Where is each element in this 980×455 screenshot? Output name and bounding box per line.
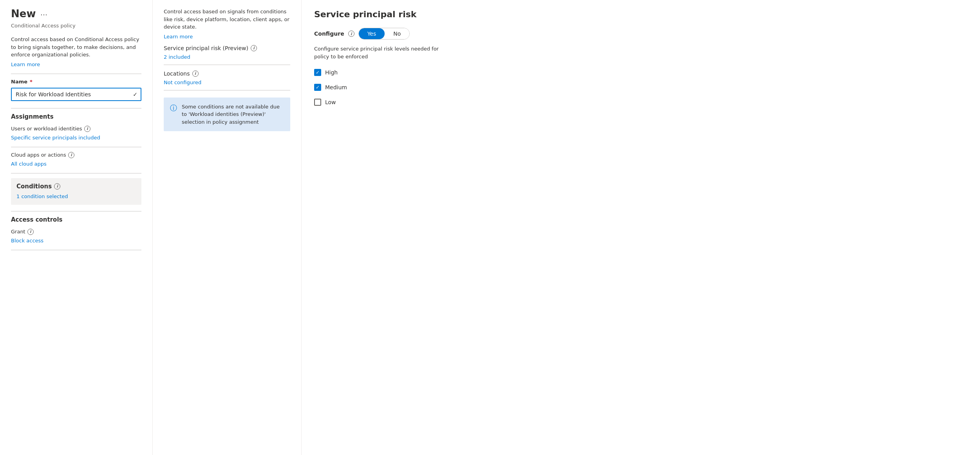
configure-label: Configure (314, 31, 344, 37)
service-principal-risk-value[interactable]: 2 included (164, 54, 190, 60)
conditions-header: Conditions i (16, 183, 136, 190)
locations-row: Locations i Not configured (164, 65, 290, 90)
input-checkmark-icon: ✓ (133, 91, 137, 98)
conditions-value-link[interactable]: 1 condition selected (16, 193, 68, 199)
checkbox-row-high: ✓High (314, 69, 967, 76)
locations-info-icon: i (192, 70, 199, 77)
access-controls-header: Access controls (11, 216, 141, 223)
info-box-icon: ⓘ (170, 103, 177, 113)
right-panel: Service principal risk Configure i Yes N… (302, 0, 980, 455)
ellipsis-button[interactable]: ··· (39, 11, 49, 19)
grant-value-link[interactable]: Block access (11, 238, 43, 244)
checkbox-label-medium: Medium (325, 84, 347, 90)
assignments-header: Assignments (11, 113, 141, 120)
name-input[interactable] (11, 88, 141, 101)
checkbox-row-medium: ✓Medium (314, 84, 967, 91)
yes-no-toggle: Yes No (358, 28, 410, 40)
service-principal-risk-row: Service principal risk (Preview) i 2 inc… (164, 40, 290, 65)
conditions-block: Conditions i 1 condition selected (11, 178, 141, 205)
risk-levels-container: ✓High✓MediumLow (314, 69, 967, 106)
users-info-icon: i (84, 126, 90, 132)
users-label: Users or workload identities i (11, 126, 141, 132)
configure-row: Configure i Yes No (314, 28, 967, 40)
right-panel-title: Service principal risk (314, 9, 967, 19)
locations-label: Locations (164, 70, 190, 77)
checkbox-label-low: Low (325, 99, 336, 105)
learn-more-link-middle[interactable]: Learn more (164, 34, 193, 40)
checkbox-low[interactable] (314, 99, 321, 106)
configure-info-icon: i (348, 31, 354, 37)
checkmark-icon-medium: ✓ (316, 85, 320, 90)
grant-info-icon: i (27, 229, 34, 235)
main-description: Control access based on Conditional Acce… (11, 36, 141, 59)
checkmark-icon-high: ✓ (316, 70, 320, 75)
name-input-wrapper: ✓ (11, 88, 141, 101)
cloud-apps-info-icon: i (68, 152, 74, 158)
users-value-link[interactable]: Specific service principals included (11, 135, 100, 141)
yes-toggle-button[interactable]: Yes (359, 28, 385, 39)
cloud-apps-value-link[interactable]: All cloud apps (11, 161, 47, 167)
info-box: ⓘ Some conditions are not available due … (164, 98, 290, 132)
locations-value[interactable]: Not configured (164, 79, 201, 85)
configure-description: Configure service principal risk levels … (314, 45, 447, 60)
grant-label: Grant i (11, 229, 141, 235)
page-title: New (11, 8, 36, 20)
required-star: * (30, 79, 33, 85)
checkbox-medium[interactable]: ✓ (314, 84, 321, 91)
checkbox-label-high: High (325, 69, 338, 76)
learn-more-link-left[interactable]: Learn more (11, 61, 40, 67)
checkbox-high[interactable]: ✓ (314, 69, 321, 76)
name-label: Name * (11, 79, 141, 85)
conditions-info-icon: i (54, 183, 60, 190)
info-box-text: Some conditions are not available due to… (182, 103, 284, 126)
checkbox-row-low: Low (314, 99, 967, 106)
page-subtitle: Conditional Access policy (11, 23, 141, 29)
no-toggle-button[interactable]: No (385, 28, 409, 39)
middle-panel: Control access based on signals from con… (153, 0, 302, 455)
service-principal-risk-label: Service principal risk (Preview) (164, 45, 248, 51)
conditions-description: Control access based on signals from con… (164, 8, 290, 31)
cloud-apps-label: Cloud apps or actions i (11, 152, 141, 158)
left-panel: New ··· Conditional Access policy Contro… (0, 0, 153, 455)
service-principal-risk-info-icon: i (251, 45, 257, 51)
